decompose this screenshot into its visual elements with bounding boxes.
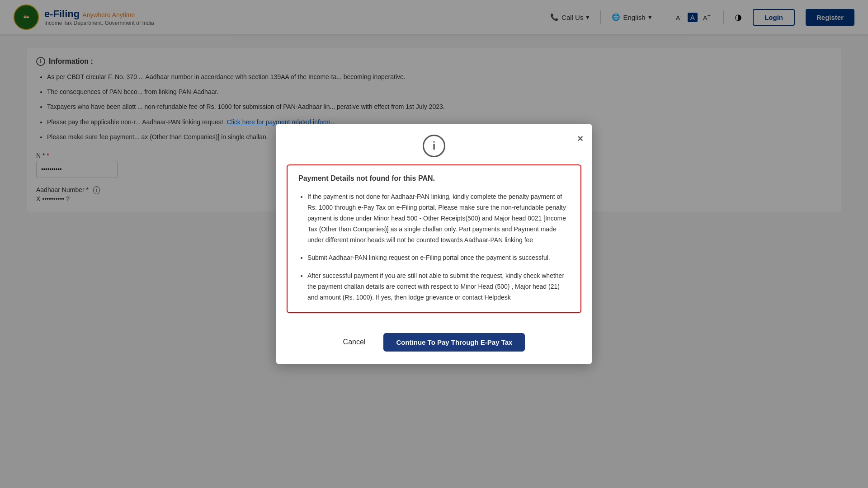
cancel-button[interactable]: Cancel bbox=[343, 338, 366, 346]
alert-item-3: After successful payment if you are stil… bbox=[307, 271, 570, 303]
modal-body: Payment Details not found for this PAN. … bbox=[276, 164, 592, 324]
modal: i × Payment Details not found for this P… bbox=[276, 124, 592, 364]
modal-alert-box: Payment Details not found for this PAN. … bbox=[287, 164, 581, 313]
modal-header: i × bbox=[276, 124, 592, 164]
alert-item-1: If the payment is not done for Aadhaar-P… bbox=[307, 192, 570, 245]
modal-close-button[interactable]: × bbox=[577, 133, 583, 145]
modal-overlay: i × Payment Details not found for this P… bbox=[0, 0, 868, 488]
continue-button[interactable]: Continue To Pay Through E-Pay Tax bbox=[383, 333, 525, 352]
alert-title: Payment Details not found for this PAN. bbox=[298, 174, 570, 183]
modal-footer: Cancel Continue To Pay Through E-Pay Tax bbox=[276, 324, 592, 364]
modal-info-icon: i bbox=[423, 135, 445, 157]
alert-list: If the payment is not done for Aadhaar-P… bbox=[298, 192, 570, 303]
alert-item-2: Submit Aadhaar-PAN linking request on e-… bbox=[307, 253, 570, 263]
